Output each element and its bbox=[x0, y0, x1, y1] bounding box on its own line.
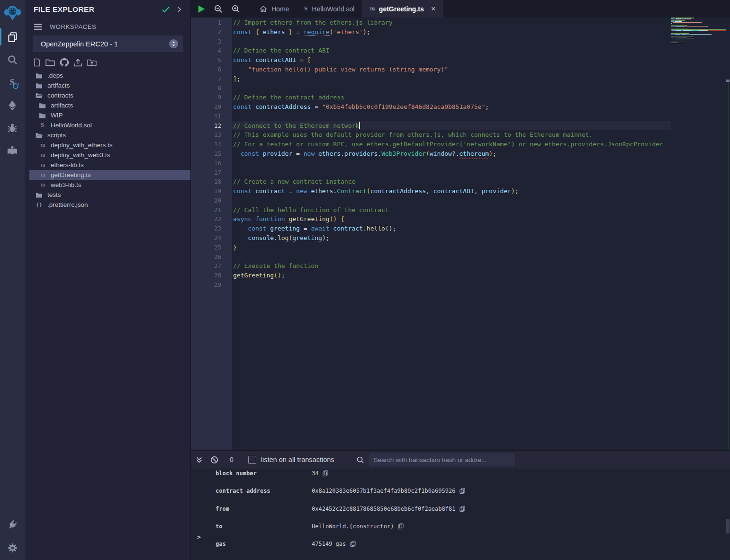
settings-icon[interactable] bbox=[0, 536, 25, 559]
code-line-4[interactable]: // Define the contract ABI bbox=[232, 46, 671, 55]
zoom-in-icon[interactable] bbox=[227, 0, 244, 18]
line-number: 20 bbox=[191, 196, 232, 205]
close-tab-icon[interactable]: × bbox=[431, 5, 436, 13]
line-number: 23 bbox=[191, 224, 232, 233]
chevron-right-icon[interactable] bbox=[177, 6, 182, 13]
collapse-terminal-icon[interactable] bbox=[196, 456, 203, 463]
code-line-11[interactable] bbox=[232, 112, 671, 121]
run-script-icon[interactable] bbox=[191, 0, 209, 18]
terminal-search-input[interactable] bbox=[369, 453, 515, 466]
tree-item--prettierrc-json[interactable]: {}.prettierrc.json bbox=[25, 200, 190, 210]
remix-logo-icon[interactable] bbox=[0, 0, 25, 26]
code-lines[interactable]: // Import ethers from the ethers.js libr… bbox=[232, 18, 671, 450]
tree-item-label: HelloWorld.sol bbox=[51, 122, 92, 129]
tree-item-scripts[interactable]: scripts bbox=[25, 130, 190, 140]
code-line-19[interactable]: const contract = new ethers.Contract(con… bbox=[232, 187, 671, 196]
tree-item-contracts[interactable]: contracts bbox=[25, 90, 190, 100]
debugger-icon[interactable] bbox=[0, 116, 25, 139]
listen-transactions-checkbox[interactable] bbox=[248, 456, 256, 464]
code-line-23[interactable]: const greeting = await contract.hello(); bbox=[232, 224, 671, 233]
tree-item-wip[interactable]: WIP bbox=[25, 110, 190, 120]
upload-folder-icon[interactable] bbox=[87, 59, 97, 66]
code-line-21[interactable]: // Call the hello function of the contra… bbox=[232, 205, 671, 215]
tree-item-label: ethers-lib.ts bbox=[51, 161, 84, 169]
new-file-icon[interactable] bbox=[34, 58, 41, 67]
search-icon[interactable] bbox=[0, 48, 25, 71]
unit-testing-icon[interactable] bbox=[0, 139, 25, 162]
code-line-5[interactable]: const contractABI = [ bbox=[232, 55, 671, 65]
tx-detail-value: 0x42452c22c88178685850e68beb6cf0f2aeab8f… bbox=[312, 506, 455, 512]
code-line-9[interactable]: // Define the contract address bbox=[232, 93, 671, 102]
code-line-18[interactable]: // Create a new contract instance bbox=[232, 177, 671, 187]
tree-item-web3-lib-ts[interactable]: TSweb3-lib.ts bbox=[25, 180, 190, 190]
code-line-22[interactable]: async function getGreeting() { bbox=[232, 214, 671, 224]
code-line-12[interactable]: // Connect to the Ethereum network bbox=[232, 121, 671, 131]
line-number: 5 bbox=[191, 55, 232, 65]
file-explorer-icon[interactable] bbox=[0, 26, 25, 48]
code-line-17[interactable] bbox=[232, 168, 671, 178]
tree-item-ethers-lib-ts[interactable]: TSethers-lib.ts bbox=[25, 160, 190, 170]
tab-helloworld-sol[interactable]: SHelloWorld.sol bbox=[297, 0, 362, 18]
code-line-29[interactable] bbox=[232, 280, 671, 290]
upload-file-icon[interactable] bbox=[73, 59, 82, 67]
code-line-3[interactable] bbox=[232, 37, 671, 46]
tree-item-deploy-with-web3-ts[interactable]: TSdeploy_with_web3.ts bbox=[25, 150, 190, 160]
zoom-out-icon[interactable] bbox=[209, 0, 227, 18]
solidity-compiler-icon[interactable]: S bbox=[0, 71, 25, 94]
tree-item-label: web3-lib.ts bbox=[51, 181, 81, 188]
code-line-7[interactable]: ]; bbox=[232, 74, 671, 84]
folder-open-icon bbox=[35, 132, 43, 138]
tree-item-artifacts[interactable]: artifacts bbox=[25, 100, 190, 110]
panel-title: FILE EXPLORER bbox=[34, 5, 155, 14]
code-line-8[interactable] bbox=[232, 83, 671, 93]
copy-icon[interactable] bbox=[460, 506, 465, 512]
clear-console-icon[interactable] bbox=[210, 456, 218, 464]
code-line-10[interactable]: const contractAddress = "0xb54febb5c0c0f… bbox=[232, 102, 671, 112]
hamburger-menu-icon[interactable] bbox=[34, 23, 43, 30]
terminal-scrollbar-thumb[interactable] bbox=[726, 519, 730, 533]
tree-item--deps[interactable]: .deps bbox=[25, 71, 190, 80]
tree-item-deploy-with-ethers-ts[interactable]: TSdeploy_with_ethers.ts bbox=[25, 140, 190, 150]
code-line-2[interactable]: const { ethers } = require('ethers'); bbox=[232, 27, 671, 37]
minimap[interactable] bbox=[671, 18, 726, 450]
new-folder-icon[interactable] bbox=[45, 59, 55, 66]
code-line-16[interactable] bbox=[232, 159, 671, 168]
workspaces-row: WORKSPACES bbox=[25, 19, 190, 32]
tx-detail-row: toHelloWorld.(constructor) bbox=[216, 523, 404, 530]
copy-icon[interactable] bbox=[460, 488, 465, 494]
code-line-28[interactable]: getGreeting(); bbox=[232, 271, 671, 280]
code-line-1[interactable]: // Import ethers from the ethers.js libr… bbox=[232, 18, 671, 27]
tree-item-helloworld-sol[interactable]: SHelloWorld.sol bbox=[25, 120, 190, 130]
listen-transactions-label: listen on all transactions bbox=[261, 456, 334, 463]
editor-tabbar: HomeSHelloWorld.solTSgetGreeting.ts× bbox=[191, 0, 730, 18]
accept-check-icon[interactable] bbox=[162, 6, 170, 13]
copy-icon[interactable] bbox=[323, 470, 328, 477]
tree-item-artifacts[interactable]: artifacts bbox=[25, 80, 190, 90]
folder-icon bbox=[35, 82, 43, 89]
tx-detail-row: block number34 bbox=[216, 470, 328, 477]
line-number: 13 bbox=[191, 130, 232, 140]
code-line-26[interactable] bbox=[232, 252, 671, 262]
code-line-27[interactable]: // Execute the function bbox=[232, 261, 671, 271]
code-editor[interactable]: 1234567891011121314151617181920212223242… bbox=[191, 18, 730, 450]
code-line-20[interactable] bbox=[232, 196, 671, 205]
tx-detail-row: gas475149 gas bbox=[216, 540, 356, 548]
code-line-25[interactable]: } bbox=[232, 243, 671, 252]
copy-icon[interactable] bbox=[398, 523, 404, 530]
workspace-select[interactable]: OpenZeppelin ERC20 - 1 bbox=[33, 36, 183, 52]
folder-icon bbox=[35, 72, 43, 79]
tab-getgreeting-ts[interactable]: TSgetGreeting.ts× bbox=[362, 0, 443, 18]
deploy-run-icon[interactable] bbox=[0, 94, 25, 116]
code-line-15[interactable]: const provider = new ethers.providers.We… bbox=[232, 149, 671, 159]
code-line-6[interactable]: "function hello() public view returns (s… bbox=[232, 65, 671, 74]
copy-icon[interactable] bbox=[350, 541, 356, 547]
tab-home[interactable]: Home bbox=[252, 0, 297, 18]
code-line-24[interactable]: console.log(greeting); bbox=[232, 233, 671, 243]
plugin-manager-icon[interactable] bbox=[0, 514, 25, 536]
github-icon[interactable] bbox=[60, 58, 69, 67]
tree-item-tests[interactable]: tests bbox=[25, 190, 190, 200]
tree-item-getgreeting-ts[interactable]: TSgetGreeting.ts bbox=[25, 170, 190, 180]
code-line-13[interactable]: // This example uses the default provide… bbox=[232, 130, 671, 140]
ts-icon: TS bbox=[370, 7, 375, 11]
code-line-14[interactable]: // For a testnet or custom RPC, use ethe… bbox=[232, 140, 671, 149]
